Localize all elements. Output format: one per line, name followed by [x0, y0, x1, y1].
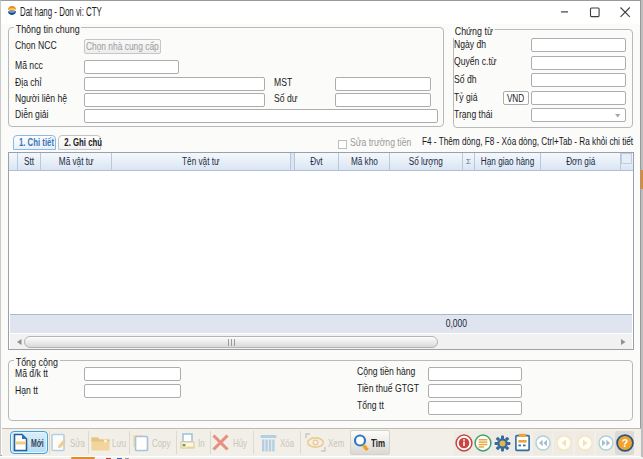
svg-text:?: ?	[622, 437, 628, 449]
